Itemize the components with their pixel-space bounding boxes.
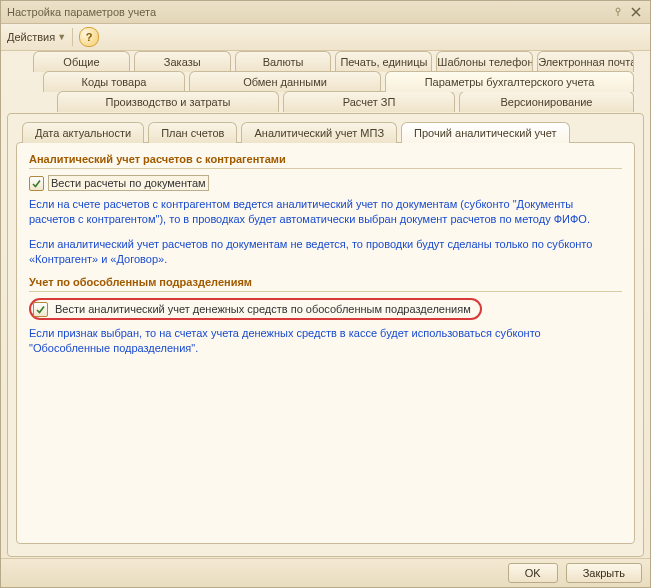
checkbox-row-1: Вести расчеты по документам (29, 175, 622, 191)
tab-production-costs[interactable]: Производство и затраты (57, 91, 279, 112)
tab-currencies[interactable]: Валюты (235, 51, 332, 72)
checkbox-row-2: Вести аналитический учет денежных средст… (29, 298, 622, 320)
tab-data-exchange[interactable]: Обмен данными (189, 71, 381, 92)
section1-hint1: Если на счете расчетов с контрагентом ве… (29, 197, 622, 227)
tab-email[interactable]: Электронная почта (537, 51, 634, 72)
subtab-actuality-date[interactable]: Дата актуальности (22, 122, 144, 143)
toolbar: Действия ▼ ? (1, 24, 650, 51)
subtab-other-analytic[interactable]: Прочий аналитический учет (401, 122, 570, 143)
window-title: Настройка параметров учета (7, 6, 608, 18)
tab-row-3: Производство и затраты Расчет ЗП Версион… (7, 91, 644, 112)
top-tabs: Общие Заказы Валюты Печать, единицы Шабл… (7, 51, 644, 112)
tab-goods-codes[interactable]: Коды товара (43, 71, 185, 92)
tab-panel: Дата актуальности План счетов Аналитичес… (7, 113, 644, 557)
pin-icon[interactable] (610, 4, 626, 20)
footer: OK Закрыть (1, 558, 650, 587)
sub-tab-row: Дата актуальности План счетов Аналитичес… (16, 122, 635, 143)
help-icon[interactable]: ? (79, 27, 99, 47)
ok-button[interactable]: OK (508, 563, 558, 583)
tab-row-2: Коды товара Обмен данными Параметры бухг… (7, 71, 644, 92)
section1-hint2: Если аналитический учет расчетов по доку… (29, 237, 622, 267)
toolbar-separator (72, 28, 73, 46)
title-bar: Настройка параметров учета (1, 1, 650, 24)
content-panel: Аналитический учет расчетов с контрагент… (16, 142, 635, 544)
tab-row-1: Общие Заказы Валюты Печать, единицы Шабл… (7, 51, 644, 72)
checkbox-document-settlements-label: Вести расчеты по документам (48, 175, 209, 191)
section2-title: Учет по обособленным подразделениям (29, 276, 622, 292)
tab-general[interactable]: Общие (33, 51, 130, 72)
settings-window: Настройка параметров учета Действия ▼ ? … (0, 0, 651, 588)
section1-title: Аналитический учет расчетов с контрагент… (29, 153, 622, 169)
body: Общие Заказы Валюты Печать, единицы Шабл… (7, 51, 644, 557)
tab-accounting-params[interactable]: Параметры бухгалтерского учета (385, 71, 634, 92)
checkbox-separate-divisions[interactable] (33, 302, 48, 317)
close-button[interactable]: Закрыть (566, 563, 642, 583)
subtab-analytic-mpz[interactable]: Аналитический учет МПЗ (241, 122, 397, 143)
chevron-down-icon: ▼ (57, 32, 66, 42)
section2-hint: Если признак выбран, то на счетах учета … (29, 326, 622, 356)
tab-orders[interactable]: Заказы (134, 51, 231, 72)
tab-versioning[interactable]: Версионирование (459, 91, 634, 112)
checkbox-document-settlements[interactable] (29, 176, 44, 191)
subtab-chart-of-accounts[interactable]: План счетов (148, 122, 237, 143)
actions-menu[interactable]: Действия ▼ (7, 31, 66, 43)
svg-point-0 (616, 8, 620, 12)
highlight-ellipse: Вести аналитический учет денежных средст… (29, 298, 482, 320)
tab-phone-templates[interactable]: Шаблоны телефонов (436, 51, 533, 72)
tab-print-units[interactable]: Печать, единицы (335, 51, 432, 72)
checkbox-separate-divisions-label: Вести аналитический учет денежных средст… (52, 301, 474, 317)
tab-payroll[interactable]: Расчет ЗП (283, 91, 455, 112)
actions-label: Действия (7, 31, 55, 43)
close-icon[interactable] (628, 4, 644, 20)
